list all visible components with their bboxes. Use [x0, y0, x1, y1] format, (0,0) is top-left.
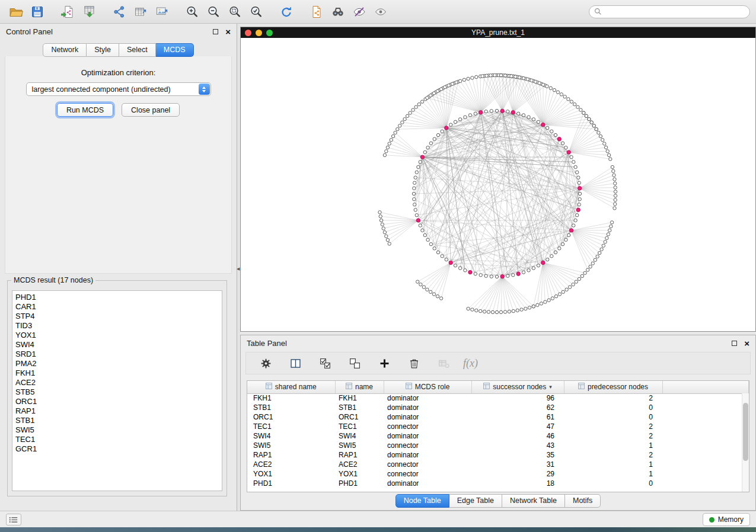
table-scrollbar[interactable] [742, 393, 749, 492]
close-panel-icon[interactable]: × [225, 27, 231, 36]
table-tab-motifs[interactable]: Motifs [565, 494, 601, 508]
table-row[interactable]: STB1STB1dominator620 [247, 403, 749, 412]
show-columns-button[interactable] [285, 354, 305, 373]
table-cell[interactable]: SWI5 [335, 441, 384, 450]
table-cell[interactable]: 1 [564, 441, 662, 450]
mcds-result-item[interactable]: FKH1 [12, 368, 222, 378]
table-tab-node-table[interactable]: Node Table [395, 494, 449, 508]
table-cell[interactable]: YOX1 [247, 469, 335, 479]
table-cell[interactable]: 2 [564, 431, 662, 441]
table-cell[interactable]: RAP1 [247, 450, 335, 460]
network-graph[interactable] [241, 38, 755, 331]
toggle-annotations-button[interactable] [371, 2, 391, 21]
zoom-selected-button[interactable] [246, 2, 266, 21]
table-cell[interactable]: connector [384, 460, 471, 469]
table-cell[interactable]: dominator [384, 431, 471, 441]
table-cell[interactable]: ACE2 [247, 460, 335, 469]
table-row[interactable]: ORC1ORC1dominator610 [247, 412, 749, 422]
column-header-successor-nodes[interactable]: successor nodes▾ [471, 381, 564, 393]
select-all-button[interactable] [315, 354, 335, 373]
splitter-collapse-icon[interactable]: ◀ [237, 267, 240, 271]
table-cell[interactable]: FKH1 [247, 393, 335, 403]
table-cell[interactable]: 62 [471, 403, 564, 412]
save-session-button[interactable] [27, 2, 47, 21]
open-session-button[interactable] [6, 2, 26, 21]
table-row[interactable]: FKH1FKH1dominator962 [247, 393, 749, 403]
table-cell[interactable]: 43 [471, 441, 564, 450]
import-network-button[interactable] [58, 2, 78, 21]
table-cell[interactable]: ORC1 [247, 412, 335, 422]
table-cell[interactable]: connector [384, 422, 471, 431]
network-canvas[interactable] [241, 38, 755, 331]
column-header-mcds-role[interactable]: MCDS role [384, 381, 471, 393]
table-cell[interactable]: dominator [384, 393, 471, 403]
mcds-result-item[interactable]: YOX1 [12, 331, 222, 340]
task-history-button[interactable] [6, 514, 21, 525]
search-input[interactable] [605, 8, 745, 16]
mcds-result-item[interactable]: ACE2 [12, 378, 222, 387]
control-tab-select[interactable]: Select [119, 43, 156, 57]
mcds-result-item[interactable]: GCR1 [12, 444, 222, 454]
window-minimize-button[interactable] [256, 30, 262, 36]
table-cell[interactable]: dominator [384, 412, 471, 422]
table-cell[interactable]: 31 [471, 460, 564, 469]
float-panel-icon[interactable] [213, 29, 218, 34]
window-close-button[interactable] [245, 30, 251, 36]
mcds-result-item[interactable]: TID3 [12, 321, 222, 331]
table-cell[interactable]: connector [384, 441, 471, 450]
table-cell[interactable]: TEC1 [335, 422, 384, 431]
table-cell[interactable]: 18 [471, 479, 564, 488]
table-row[interactable]: PHD1PHD1dominator180 [247, 479, 749, 488]
mcds-result-item[interactable]: SWI5 [12, 425, 222, 435]
table-row[interactable]: TEC1TEC1connector472 [247, 422, 749, 431]
table-cell[interactable]: 2 [564, 422, 662, 431]
table-settings-button[interactable] [256, 354, 276, 373]
table-cell[interactable]: dominator [384, 450, 471, 460]
table-cell[interactable]: 47 [471, 422, 564, 431]
table-cell[interactable]: connector [384, 469, 471, 479]
table-cell[interactable]: 29 [471, 469, 564, 479]
table-cell[interactable]: 0 [564, 479, 662, 488]
table-cell[interactable]: SWI4 [335, 431, 384, 441]
table-cell[interactable]: SWI4 [247, 431, 335, 441]
search-network-button[interactable] [328, 2, 348, 21]
table-cell[interactable]: 46 [471, 431, 564, 441]
table-cell[interactable]: TEC1 [247, 422, 335, 431]
mcds-result-item[interactable]: TEC1 [12, 435, 222, 444]
export-table-button[interactable] [130, 2, 151, 21]
control-tab-network[interactable]: Network [43, 43, 87, 57]
table-cell[interactable]: 1 [564, 460, 662, 469]
table-cell[interactable]: 35 [471, 450, 564, 460]
table-row[interactable]: SWI4SWI4dominator462 [247, 431, 749, 441]
refresh-view-button[interactable] [276, 2, 296, 21]
zoom-in-button[interactable] [182, 2, 202, 21]
close-panel-button[interactable]: Close panel [122, 103, 180, 117]
sort-menu-chevron-icon[interactable]: ▾ [549, 384, 552, 390]
column-header-shared-name[interactable]: shared name [247, 381, 335, 393]
mcds-result-item[interactable]: CAR1 [12, 302, 222, 312]
mcds-result-item[interactable]: STB5 [12, 387, 222, 397]
table-cell[interactable]: ACE2 [335, 460, 384, 469]
memory-button[interactable]: Memory [703, 513, 750, 526]
column-header-name[interactable]: name [335, 381, 384, 393]
table-cell[interactable]: YOX1 [335, 469, 384, 479]
table-cell[interactable]: dominator [384, 403, 471, 412]
run-mcds-button[interactable]: Run MCDS [57, 103, 113, 117]
dropdown-stepper-icon[interactable] [199, 84, 210, 95]
table-cell[interactable]: 2 [564, 450, 662, 460]
add-column-button[interactable] [374, 354, 394, 373]
mcds-result-item[interactable]: RAP1 [12, 406, 222, 416]
mcds-result-item[interactable]: ORC1 [12, 397, 222, 406]
criterion-dropdown[interactable]: largest connected component (undirected) [26, 82, 211, 96]
mcds-result-list[interactable]: PHD1CAR1STP4TID3YOX1SWI4SRD1PMA2FKH1ACE2… [12, 290, 222, 491]
mcds-result-item[interactable]: STB1 [12, 416, 222, 425]
table-cell[interactable]: PHD1 [247, 479, 335, 488]
window-zoom-button[interactable] [266, 30, 273, 36]
mcds-result-item[interactable]: STP4 [12, 312, 222, 321]
scrollbar-thumb[interactable] [743, 403, 748, 461]
mcds-result-item[interactable]: SWI4 [12, 340, 222, 350]
import-table-button[interactable] [79, 2, 99, 21]
deselect-all-button[interactable] [344, 354, 365, 373]
control-tab-mcds[interactable]: MCDS [156, 43, 194, 57]
table-tab-edge-table[interactable]: Edge Table [449, 494, 502, 508]
